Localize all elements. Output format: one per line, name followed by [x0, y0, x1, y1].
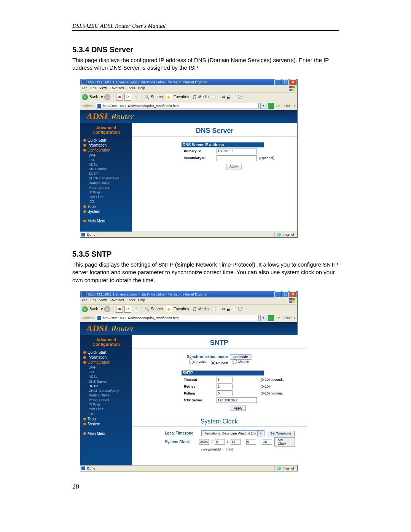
history-icon[interactable]: 🕘	[212, 95, 216, 99]
close-button[interactable]: ✕	[290, 291, 296, 297]
menu-favorites[interactable]: Favorites	[110, 298, 124, 304]
favorites-icon[interactable]: ★	[166, 306, 172, 312]
favorites-label[interactable]: Favorites	[174, 307, 189, 311]
sidebar-tools[interactable]: Tools	[83, 204, 129, 209]
media-label[interactable]: Media	[198, 307, 209, 311]
minute-input[interactable]: 18	[262, 439, 272, 445]
sidebar-sub-virtual[interactable]: Virtual Server	[89, 398, 129, 402]
sidebar-system[interactable]: System	[83, 209, 129, 214]
sidebar-sub-lan[interactable]: LAN	[89, 158, 129, 162]
back-button[interactable]: ←	[82, 94, 88, 100]
links-label[interactable]: Links	[284, 104, 292, 108]
media-label[interactable]: Media	[198, 95, 209, 99]
sidebar-sub-ipfilter[interactable]: IP Filter	[89, 402, 129, 407]
history-icon[interactable]: 🕘	[212, 307, 216, 311]
home-icon[interactable]: ⌂	[133, 306, 139, 312]
sidebar-system[interactable]: System	[83, 422, 129, 426]
menu-file[interactable]: File	[82, 298, 88, 304]
menu-edit[interactable]: Edit	[91, 298, 97, 304]
sidebar-sub-routing[interactable]: Routing Table	[89, 181, 129, 185]
radio-disable[interactable]: Disable	[233, 359, 249, 364]
media-icon[interactable]: 🎵	[192, 307, 197, 311]
sidebar-information[interactable]: Information	[83, 143, 129, 147]
forward-button[interactable]: →	[104, 94, 110, 100]
address-dropdown-icon[interactable]: ▾	[260, 103, 266, 109]
menu-favorites[interactable]: Favorites	[110, 86, 124, 91]
minimize-button[interactable]: _	[274, 79, 281, 85]
sidebar-main-menu[interactable]: Main Menu	[83, 219, 129, 223]
search-label[interactable]: Search	[151, 307, 163, 311]
stop-icon[interactable]: ✖	[116, 94, 123, 101]
day-input[interactable]: 14	[231, 439, 241, 445]
sidebar-tools[interactable]: Tools	[83, 417, 129, 421]
radio-anycast[interactable]: Anycast	[189, 359, 207, 364]
links-chevron-icon[interactable]: »	[294, 316, 296, 320]
menu-view[interactable]: View	[99, 298, 107, 304]
go-button[interactable]: →	[268, 315, 274, 321]
apply-button[interactable]: Apply	[226, 164, 242, 169]
sidebar-sub-lan[interactable]: LAN	[89, 370, 129, 374]
sidebar-sub-ids[interactable]: IDS	[89, 412, 129, 416]
sidebar-configuration[interactable]: Configuration	[83, 148, 129, 152]
month-input[interactable]: 9	[215, 439, 225, 445]
set-mode-button[interactable]: Set Mode	[230, 354, 252, 359]
sidebar-sub-virtual[interactable]: Virtual Server	[89, 185, 129, 190]
edit-icon[interactable]: 📄	[232, 95, 236, 99]
year-input[interactable]: 2004	[199, 439, 209, 445]
timezone-select[interactable]: International Date Line West (-12h) ▾	[201, 430, 264, 436]
links-chevron-icon[interactable]: »	[294, 104, 296, 108]
menu-tools[interactable]: Tools	[127, 86, 135, 91]
primary-ip-input[interactable]: 168.95.1.1	[217, 149, 257, 154]
sidebar-sub-routing[interactable]: Routing Table	[89, 393, 129, 398]
set-clock-button[interactable]: Set Clock	[274, 437, 295, 446]
menu-edit[interactable]: Edit	[91, 86, 97, 91]
menu-tools[interactable]: Tools	[127, 298, 135, 304]
links-label[interactable]: Links	[284, 316, 292, 320]
maximize-button[interactable]: ☐	[282, 79, 289, 85]
search-icon[interactable]: 🔍	[145, 307, 149, 311]
sidebar-main-menu[interactable]: Main Menu	[83, 431, 129, 436]
edit-icon[interactable]: 📄	[232, 307, 236, 311]
set-timezone-button[interactable]: Set Timezone	[267, 431, 295, 436]
sidebar-sub-portfilter[interactable]: Port Filter	[89, 407, 129, 411]
print-icon[interactable]: 🖨	[226, 95, 230, 99]
polling-input[interactable]: 0	[217, 390, 233, 396]
go-button[interactable]: →	[268, 103, 274, 109]
search-label[interactable]: Search	[151, 95, 163, 99]
maximize-button[interactable]: ☐	[282, 291, 289, 297]
menu-help[interactable]: Help	[138, 298, 145, 304]
address-input[interactable]: http://192.168.1.1/advanced/quick_start/…	[96, 103, 259, 109]
back-button[interactable]: ←	[82, 306, 88, 312]
menu-help[interactable]: Help	[138, 86, 145, 91]
favorites-label[interactable]: Favorites	[174, 95, 189, 99]
favorites-icon[interactable]: ★	[166, 94, 172, 100]
print-icon[interactable]: 🖨	[226, 307, 230, 311]
hour-input[interactable]: 9	[246, 439, 256, 445]
home-icon[interactable]: ⌂	[133, 94, 139, 100]
sidebar-sub-sntp[interactable]: SNTP	[89, 384, 129, 388]
sidebar-quick-start[interactable]: Quick Start	[83, 138, 129, 142]
menu-view[interactable]: View	[99, 86, 107, 91]
menu-file[interactable]: File	[82, 86, 88, 91]
stop-icon[interactable]: ✖	[116, 306, 123, 313]
address-input[interactable]: http://192.168.1.1/advanced/quick_start/…	[96, 315, 259, 321]
sidebar-sub-dhcp[interactable]: DHCP Server/Relay	[89, 176, 129, 181]
sidebar-sub-adsl[interactable]: ADSL	[89, 374, 129, 379]
sidebar-sub-sntp[interactable]: SNTP	[89, 171, 129, 176]
media-icon[interactable]: 🎵	[192, 95, 197, 99]
sidebar-sub-ids[interactable]: IDS	[89, 199, 129, 204]
sidebar-quick-start[interactable]: Quick Start	[83, 350, 129, 355]
sidebar-sub-dns[interactable]: DNS Server	[89, 379, 129, 384]
sidebar-sub-wan[interactable]: WAN	[89, 365, 129, 370]
sidebar-sub-dhcp[interactable]: DHCP Server/Relay	[89, 388, 129, 393]
refresh-icon[interactable]: ⟳	[124, 94, 131, 101]
ntp-server-input[interactable]: 128.250.36.2	[217, 397, 257, 403]
sidebar-sub-dns[interactable]: DNS Server	[89, 167, 129, 171]
sidebar-configuration[interactable]: Configuration	[83, 360, 129, 364]
mail-icon[interactable]: ✉	[222, 307, 225, 311]
forward-button[interactable]: →	[104, 306, 110, 312]
mail-icon[interactable]: ✉	[222, 95, 225, 99]
secondary-ip-input[interactable]	[217, 155, 257, 161]
sidebar-information[interactable]: Information	[83, 355, 129, 359]
retries-input[interactable]: 2	[217, 383, 233, 389]
